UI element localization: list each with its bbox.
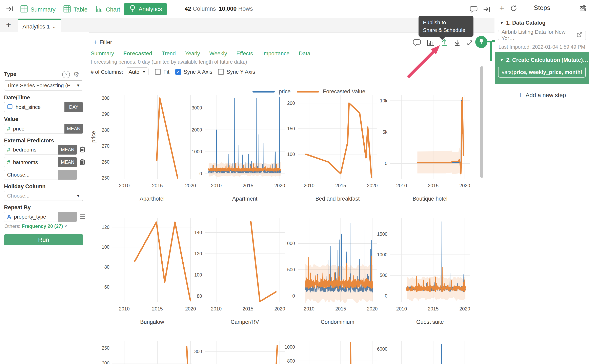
svg-text:2020: 2020 bbox=[367, 306, 377, 312]
add-new-step-button[interactable]: + Add a new step bbox=[495, 91, 589, 99]
svg-text:500: 500 bbox=[287, 267, 295, 272]
sliders-icon[interactable] bbox=[579, 4, 587, 13]
help-icon[interactable]: ? bbox=[62, 71, 70, 78]
repeat-by-field[interactable]: A property_type - bbox=[4, 212, 77, 222]
result-tab-trend[interactable]: Trend bbox=[162, 51, 176, 57]
chart-title: Apartment bbox=[232, 196, 258, 202]
result-tab-weekly[interactable]: Weekly bbox=[209, 51, 227, 57]
external-link-icon[interactable] bbox=[577, 32, 582, 39]
svg-text:1000: 1000 bbox=[285, 241, 295, 246]
svg-text:2020: 2020 bbox=[185, 306, 196, 312]
datetime-field[interactable]: host_since DAY bbox=[4, 102, 83, 112]
step-2-header[interactable]: ▼ 2. Create Calculation (Mutate)… ☰ bbox=[500, 57, 585, 64]
add-analytics-tab-button[interactable]: + bbox=[6, 21, 11, 29]
collapse-left-icon[interactable] bbox=[6, 5, 14, 14]
predictor-field-empty[interactable]: Choose... - bbox=[4, 170, 77, 180]
filter-label: Filter bbox=[100, 39, 112, 46]
step-2-expression-box[interactable]: vars(price, weekly_price, monthly… bbox=[498, 67, 586, 78]
nav-summary[interactable]: Summary bbox=[20, 5, 56, 14]
svg-text:2015: 2015 bbox=[335, 306, 346, 312]
value-aggregation-badge[interactable]: MEAN bbox=[65, 124, 83, 134]
svg-text:120: 120 bbox=[194, 251, 202, 256]
value-field-name: price bbox=[13, 126, 25, 132]
nav-table[interactable]: Table bbox=[63, 5, 87, 14]
close-icon[interactable]: × bbox=[64, 223, 67, 229]
result-tab-forecasted[interactable]: Forecasted bbox=[123, 51, 153, 57]
collapse-right-icon[interactable] bbox=[483, 5, 491, 14]
sync-y-axis-checkbox[interactable] bbox=[218, 69, 224, 75]
svg-text:2010: 2010 bbox=[119, 306, 129, 312]
run-button[interactable]: Run bbox=[4, 234, 83, 245]
trash-icon[interactable] bbox=[79, 158, 86, 166]
nav-chart[interactable]: Chart bbox=[95, 5, 120, 14]
result-tab-effects[interactable]: Effects bbox=[236, 51, 253, 57]
svg-text:80: 80 bbox=[104, 264, 110, 270]
predictor-aggregation-badge[interactable]: MEAN bbox=[58, 157, 77, 167]
step-1-source-box[interactable]: Airbnb Listing Data for New Yor… bbox=[498, 30, 586, 40]
predictor-field-bedrooms[interactable]: # bedrooms MEAN bbox=[4, 145, 77, 155]
svg-text:300: 300 bbox=[102, 96, 110, 101]
pin-connector bbox=[490, 41, 492, 61]
select-caret-icon: ▼ bbox=[76, 83, 80, 88]
result-tab-data[interactable]: Data bbox=[299, 51, 310, 57]
chart-partial-2: 1000800201020152020 bbox=[285, 341, 378, 364]
svg-text:2020: 2020 bbox=[274, 183, 285, 188]
svg-text:200: 200 bbox=[287, 101, 295, 106]
svg-text:140: 140 bbox=[194, 230, 202, 235]
others-frequency-link[interactable]: Frequency 20 (27) bbox=[22, 223, 63, 229]
datetime-aggregation-badge[interactable]: DAY bbox=[65, 102, 83, 112]
columns-count-select[interactable]: Auto▼ bbox=[126, 67, 148, 76]
select-caret-icon: ▼ bbox=[142, 70, 146, 74]
chart-Aparthotel: 300290280270260250201020152020priceApart… bbox=[91, 95, 196, 202]
svg-text:0: 0 bbox=[292, 293, 295, 299]
value-field[interactable]: # price MEAN bbox=[4, 124, 83, 134]
expand-icon[interactable] bbox=[466, 39, 474, 48]
fit-checkbox[interactable] bbox=[155, 69, 161, 75]
chart-title: Camper/RV bbox=[231, 319, 259, 325]
pin-button[interactable] bbox=[475, 36, 487, 48]
dataset-stats: 42 Columns 10,000 Rows bbox=[185, 6, 253, 12]
result-tab-yearly[interactable]: Yearly bbox=[185, 51, 200, 57]
chart-Camper/RV: 14012010080201020152020Camper/RV bbox=[194, 218, 285, 325]
svg-text:280: 280 bbox=[102, 127, 110, 133]
chart-title: Condominium bbox=[321, 319, 355, 325]
chart-Apartment: 3000200010000201020152020Apartment bbox=[192, 95, 285, 202]
predictor-field-name: bedrooms bbox=[13, 147, 37, 153]
vertical-scrollbar[interactable] bbox=[480, 66, 483, 178]
comment-icon[interactable] bbox=[470, 5, 478, 14]
gear-icon[interactable]: ⚙ bbox=[73, 70, 79, 78]
trash-icon[interactable] bbox=[79, 146, 86, 154]
sync-x-axis-checkbox[interactable]: ✓ bbox=[175, 69, 181, 75]
chart-controls: # of Columns: Auto▼ Fit ✓ Sync X Axis Sy… bbox=[91, 67, 255, 76]
svg-text:price: price bbox=[91, 131, 97, 143]
svg-text:2015: 2015 bbox=[428, 306, 439, 312]
step-1-last-imported: Last Imported: 2022-01-04 1:59:49 PM bbox=[498, 44, 585, 50]
steps-title: Steps bbox=[495, 4, 589, 12]
holiday-column-select[interactable]: Choose... ▼ bbox=[4, 191, 83, 201]
step-1-header[interactable]: ▼ 1. Data Catalog bbox=[500, 20, 546, 26]
collapse-caret-icon: ▼ bbox=[500, 58, 504, 62]
add-filter-button[interactable]: + Filter bbox=[93, 38, 112, 46]
step-2-block[interactable]: ▼ 2. Create Calculation (Mutate)… ☰ vars… bbox=[495, 52, 589, 84]
numeric-icon: # bbox=[7, 159, 10, 165]
hamburger-icon[interactable]: ☰ bbox=[80, 213, 86, 220]
step-2-expression-vars: price, weekly_price, monthly… bbox=[513, 69, 582, 75]
svg-text:500: 500 bbox=[380, 273, 388, 278]
result-tab-summary[interactable]: Summary bbox=[91, 51, 114, 57]
svg-text:2020: 2020 bbox=[185, 183, 196, 188]
nav-analytics[interactable]: Analytics bbox=[124, 3, 167, 15]
tab-analytics-1[interactable]: Analytics 1 ⌄ bbox=[18, 19, 61, 33]
predictor-placeholder: Choose... bbox=[4, 170, 58, 180]
svg-text:100: 100 bbox=[102, 244, 110, 250]
svg-text:250: 250 bbox=[102, 175, 110, 181]
predictor-aggregation-badge[interactable]: MEAN bbox=[58, 145, 77, 155]
predictor-field-bathrooms[interactable]: # bathrooms MEAN bbox=[4, 157, 77, 167]
analytics-type-select[interactable]: Time Series Forecasting (P… ▼ bbox=[4, 80, 83, 91]
type-label: Type bbox=[4, 71, 16, 77]
result-tab-importance[interactable]: Importance bbox=[262, 51, 290, 57]
svg-text:5k: 5k bbox=[382, 130, 388, 135]
svg-text:100: 100 bbox=[287, 152, 295, 157]
svg-text:1000: 1000 bbox=[192, 149, 202, 154]
calendar-icon bbox=[7, 104, 13, 111]
download-icon[interactable] bbox=[453, 38, 461, 48]
